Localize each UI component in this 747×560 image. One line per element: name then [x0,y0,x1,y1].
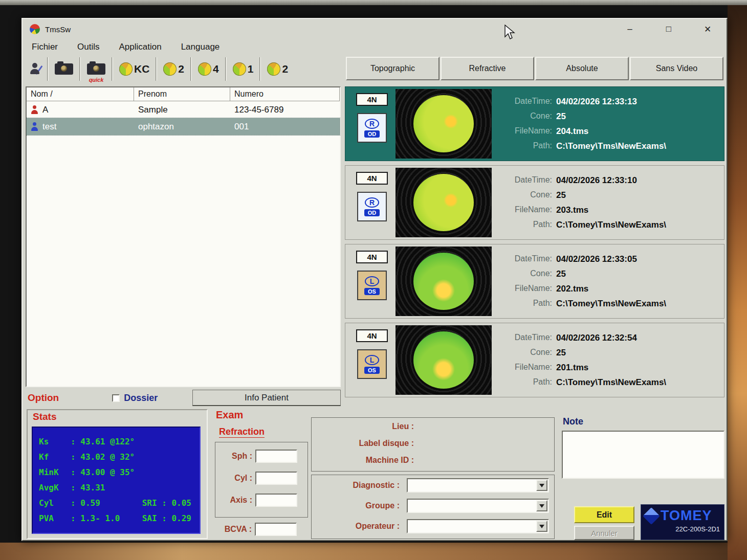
device-model: 22C-200S-2D1 [645,525,720,533]
axis-label: Axis : [215,496,255,505]
exam-card[interactable]: 4N R OD DateTime: 04/02/2026 12:33:10 Co… [345,165,724,240]
bottom-panel: Stats Ks: 43.61 @122° Kf: 43.02 @ 32° Mi… [27,409,724,540]
exam-card[interactable]: 4N L OS DateTime: 04/02/2026 12:33:05 Co… [345,244,724,319]
quick-label: quick [82,77,111,83]
toolbar-separator [225,57,227,81]
path-label: Path: [495,220,552,230]
close-button[interactable]: ✕ [700,23,715,36]
cone-label: Cone: [495,269,552,279]
option-label: Option [28,392,59,404]
left-eye-os-icon: L OS [357,349,387,379]
desktop-wallpaper-bottom [0,543,728,560]
kc-label: KC [134,63,149,75]
map4-label: 4 [213,63,219,75]
topo-map-icon [233,62,246,76]
quick-capture-button[interactable]: quick [82,57,111,81]
operateur-select[interactable] [407,519,549,533]
corneal-map [413,174,474,231]
maximize-button[interactable]: □ [661,23,676,36]
patient-list-header: Nom / Prenom Numero [27,87,340,101]
note-actions-panel: Note Edit Annuler TOMEY 22C-200S-2D1 [562,409,724,540]
menu-outils[interactable]: Outils [75,41,101,53]
stats-readout: Ks: 43.61 @122° Kf: 43.02 @ 32° MinK: 43… [32,427,201,534]
edit-button[interactable]: Edit [574,506,634,523]
menu-application[interactable]: Application [117,41,163,53]
diagnostic-select[interactable] [407,478,549,492]
exam-type-tag: 4N [356,329,388,342]
exam-form: Exam Refraction Sph : Cyl : Axis : [213,409,557,539]
info-patient-button[interactable]: Info Patient [192,390,341,406]
column-prenom[interactable]: Prenom [134,87,230,101]
view-tabs: Topographic Refractive Absolute Sans Vid… [346,57,723,80]
chevron-down-icon[interactable] [536,521,547,532]
groupe-label: Groupe : [312,501,400,510]
datetime-label: DateTime: [495,254,552,264]
exam-card[interactable]: 4N R OD DateTime: 04/02/2026 12:33:13 Co… [345,86,724,161]
patient-edit-button[interactable] [25,57,46,81]
tab-sans-video[interactable]: Sans Video [630,57,723,80]
note-label: Note [563,416,583,427]
option-bar: Option Dossier Info Patient [26,388,341,408]
c1-button[interactable]: 1 [228,57,259,81]
chevron-down-icon[interactable] [536,500,547,511]
c2-button[interactable]: 2 [262,57,293,81]
column-numero[interactable]: Numero [230,87,340,101]
patient-icon [30,63,41,75]
corneal-map [413,253,474,310]
capture-button[interactable] [50,57,78,81]
datetime-value: 04/02/2026 12:32:54 [556,333,721,343]
exam-title: Exam [216,409,243,421]
menu-bar: Fichier Outils Application Language [26,39,723,55]
right-eye-od-icon: R OD [357,113,387,143]
exam-info-group: Lieu : Label disque : Machine ID : [311,417,555,472]
cone-label: Cone: [495,190,552,200]
filename-value: 202.tms [556,284,721,294]
refraction-title: Refraction [219,427,265,438]
patient-icon [31,105,38,114]
menu-language[interactable]: Language [179,41,222,53]
corneal-map [413,331,474,389]
tab-absolute[interactable]: Absolute [535,57,629,80]
datetime-value: 04/02/2026 12:33:13 [556,97,721,107]
patient-row[interactable]: A Sample 123-45-6789 [27,101,340,118]
diagnostic-label: Diagnostic : [312,481,400,490]
topo-map-icon [267,62,280,76]
filename-label: FileName: [495,284,552,294]
stats-panel: Stats Ks: 43.61 @122° Kf: 43.02 @ 32° Mi… [27,409,208,539]
kc-map-button[interactable]: KC [114,57,155,81]
exam-card[interactable]: 4N L OS DateTime: 04/02/2026 12:32:54 Co… [345,323,724,397]
path-label: Path: [495,141,552,151]
topo-map-icon [119,62,133,76]
toolbar-separator [79,57,81,81]
axis-input[interactable] [255,494,297,507]
tab-topographic[interactable]: Topographic [346,57,440,80]
topography-thumbnail [396,168,492,237]
tab-refractive[interactable]: Refractive [441,57,534,80]
patient-row-selected[interactable]: test ophtazon 001 [27,118,340,135]
map4-button[interactable]: 4 [193,57,224,81]
filename-value: 203.tms [556,205,721,215]
minimize-button[interactable]: – [622,23,638,36]
bcva-input[interactable] [255,523,297,536]
toolbar-separator [156,57,157,81]
dossier-label: Dossier [124,393,158,404]
app-window: TmsSw – □ ✕ Fichier Outils Application L… [21,18,728,541]
patient-icon [31,122,38,131]
column-nom[interactable]: Nom / [27,87,134,101]
chevron-down-icon[interactable] [536,480,547,491]
camera-icon [55,63,73,75]
filename-value: 204.tms [556,126,721,137]
datetime-value: 04/02/2026 12:33:10 [556,175,721,186]
exam-type-tag: 4N [356,251,388,263]
topo-map-icon [163,62,177,76]
menu-fichier[interactable]: Fichier [30,41,60,53]
sph-input[interactable] [255,450,297,463]
note-textarea[interactable] [562,431,724,479]
cyl-input[interactable] [255,472,297,485]
title-bar[interactable]: TmsSw – □ ✕ [23,19,727,39]
dossier-checkbox[interactable] [112,394,120,402]
exam-type-tag: 4N [356,172,388,185]
annuler-button[interactable]: Annuler [574,526,634,540]
map2-button[interactable]: 2 [158,57,189,81]
groupe-select[interactable] [407,499,549,513]
